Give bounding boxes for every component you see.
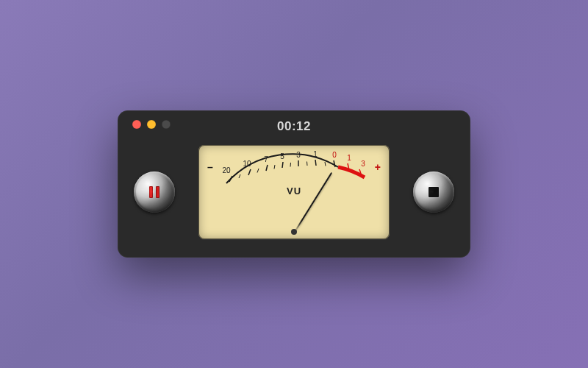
vu-meter: 20 10 7 5 3 1 0 1 3 – + VU xyxy=(198,145,390,239)
svg-line-9 xyxy=(239,174,240,178)
svg-line-3 xyxy=(282,162,283,168)
svg-line-14 xyxy=(325,162,326,166)
svg-text:0: 0 xyxy=(332,151,337,159)
svg-text:3: 3 xyxy=(361,160,365,168)
vu-plus-sign: + xyxy=(375,161,381,173)
svg-text:1: 1 xyxy=(347,154,351,162)
svg-line-1 xyxy=(248,169,251,175)
svg-line-5 xyxy=(315,160,316,166)
vu-pivot xyxy=(291,229,297,235)
pause-icon xyxy=(149,186,159,198)
svg-line-10 xyxy=(257,169,259,173)
elapsed-time: 00:12 xyxy=(131,119,457,134)
svg-text:1: 1 xyxy=(313,150,318,158)
svg-line-11 xyxy=(274,165,275,169)
svg-text:3: 3 xyxy=(296,151,301,159)
titlebar: 00:12 xyxy=(131,118,457,135)
close-button[interactable] xyxy=(132,120,141,129)
svg-text:10: 10 xyxy=(243,160,251,168)
stop-icon xyxy=(429,187,439,197)
svg-line-6 xyxy=(334,160,335,167)
minimize-button[interactable] xyxy=(147,120,156,129)
svg-text:5: 5 xyxy=(280,152,284,160)
svg-line-2 xyxy=(266,165,268,171)
window-controls xyxy=(132,120,171,129)
zoom-button[interactable] xyxy=(162,120,171,129)
svg-text:20: 20 xyxy=(222,166,231,174)
svg-line-13 xyxy=(307,162,308,166)
stop-button[interactable] xyxy=(413,171,454,213)
window-body: 20 10 7 5 3 1 0 1 3 – + VU xyxy=(131,135,457,244)
pause-button[interactable] xyxy=(134,171,175,213)
svg-line-12 xyxy=(290,163,291,167)
svg-text:7: 7 xyxy=(264,155,268,163)
vu-label: VU xyxy=(198,185,390,197)
vu-minus-sign: – xyxy=(207,161,213,173)
recorder-window: 00:12 xyxy=(118,110,470,258)
